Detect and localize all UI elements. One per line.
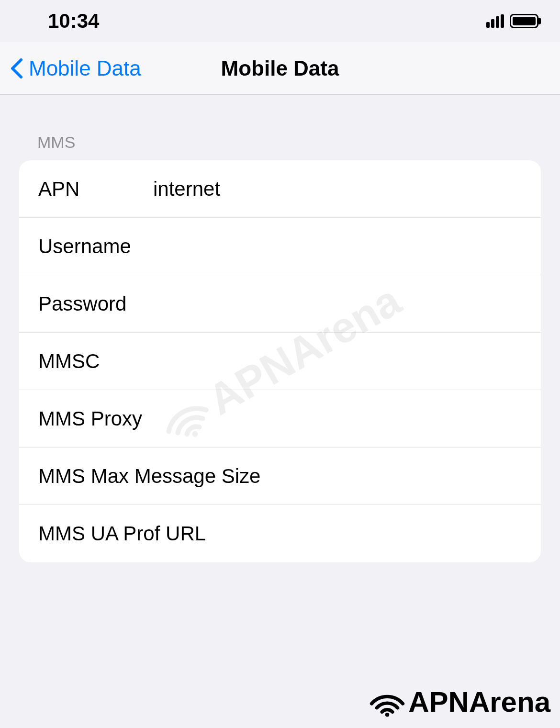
battery-icon xyxy=(510,14,541,28)
password-field[interactable] xyxy=(153,292,522,315)
username-field[interactable] xyxy=(153,235,522,258)
username-row[interactable]: Username xyxy=(19,218,541,275)
mmsc-field[interactable] xyxy=(153,350,522,373)
mms-proxy-field[interactable] xyxy=(153,407,522,430)
content-area: MMS APN Username Password MMSC MMS Proxy… xyxy=(0,95,560,562)
mms-proxy-label: MMS Proxy xyxy=(38,407,153,430)
mms-ua-prof-label: MMS UA Prof URL xyxy=(38,522,521,545)
page-title: Mobile Data xyxy=(221,56,339,80)
mms-settings-group: APN Username Password MMSC MMS Proxy MMS… xyxy=(19,160,541,562)
status-indicators xyxy=(486,14,541,28)
chevron-left-icon xyxy=(10,58,24,79)
apn-row[interactable]: APN xyxy=(19,160,541,218)
back-label: Mobile Data xyxy=(29,56,141,80)
apn-field[interactable] xyxy=(153,178,522,201)
section-header-mms: MMS xyxy=(19,133,541,160)
watermark-bottom: APNArena xyxy=(368,685,550,718)
username-label: Username xyxy=(38,235,153,258)
status-bar: 10:34 xyxy=(0,0,560,42)
cellular-signal-icon xyxy=(486,14,504,28)
mms-ua-prof-row[interactable]: MMS UA Prof URL xyxy=(19,505,541,562)
mms-max-size-field[interactable] xyxy=(521,465,522,488)
mmsc-row[interactable]: MMSC xyxy=(19,333,541,390)
mms-ua-prof-field[interactable] xyxy=(521,522,522,545)
back-button[interactable]: Mobile Data xyxy=(0,56,141,80)
mms-max-size-label: MMS Max Message Size xyxy=(38,465,521,488)
apn-label: APN xyxy=(38,178,153,201)
password-label: Password xyxy=(38,292,153,315)
mmsc-label: MMSC xyxy=(38,350,153,373)
status-time: 10:34 xyxy=(48,10,99,33)
navigation-bar: Mobile Data Mobile Data xyxy=(0,42,560,95)
password-row[interactable]: Password xyxy=(19,275,541,333)
mms-proxy-row[interactable]: MMS Proxy xyxy=(19,390,541,448)
svg-point-1 xyxy=(385,713,390,717)
wifi-icon xyxy=(368,686,406,717)
mms-max-size-row[interactable]: MMS Max Message Size xyxy=(19,448,541,505)
